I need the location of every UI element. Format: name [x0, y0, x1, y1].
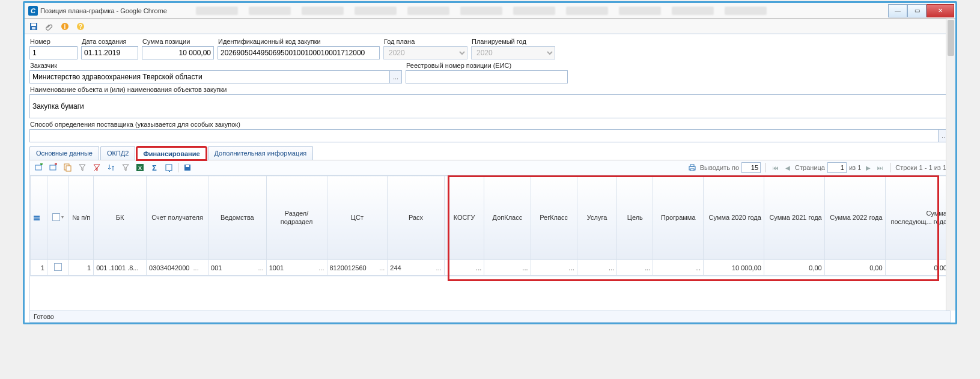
- svg-rect-22: [690, 165, 694, 166]
- tab-extra[interactable]: Дополнительная информация: [208, 146, 314, 160]
- add-row-icon[interactable]: [34, 162, 44, 173]
- pager-prev-icon[interactable]: ◀: [783, 163, 793, 172]
- cell-acct[interactable]: 03034042000 ...: [147, 260, 208, 276]
- attachment-icon[interactable]: [44, 21, 55, 32]
- cell-programma[interactable]: ...: [653, 260, 704, 276]
- info-icon[interactable]: i: [59, 21, 70, 32]
- cell-cst[interactable]: 8120012560...: [327, 260, 388, 276]
- close-button[interactable]: ✕: [927, 4, 954, 17]
- cell-regklass[interactable]: ...: [531, 260, 577, 276]
- save-icon[interactable]: [28, 21, 39, 32]
- col-usluga[interactable]: Услуга: [577, 176, 617, 260]
- minimize-button[interactable]: —: [888, 4, 907, 17]
- cell-dopklass[interactable]: ...: [484, 260, 531, 276]
- maximize-button[interactable]: ▭: [907, 4, 927, 17]
- input-ikz[interactable]: [218, 46, 380, 59]
- pager-next-icon[interactable]: ▶: [863, 163, 873, 172]
- input-registry-no[interactable]: [406, 70, 568, 83]
- col-snext[interactable]: Сумма последующ... года: [885, 176, 949, 260]
- pager-show-input[interactable]: [741, 162, 761, 173]
- cell-idx: 1: [31, 260, 47, 276]
- pager-rows-label: Строки 1 - 1 из 1: [895, 164, 946, 171]
- select-plan-year[interactable]: 2020: [383, 46, 467, 59]
- col-s2021[interactable]: Сумма 2021 года: [764, 176, 824, 260]
- input-object-name[interactable]: [29, 94, 951, 118]
- grid-header-row: ▾ № п/п БК Счет получателя Ведомства Раз…: [31, 176, 950, 260]
- tab-okpd2[interactable]: ОКПД2: [100, 146, 135, 160]
- cell-ved[interactable]: 001...: [208, 260, 267, 276]
- filter-clear-icon[interactable]: [91, 162, 102, 173]
- cell-bk[interactable]: 001 .1001 .8...: [94, 260, 147, 276]
- pager-last-icon[interactable]: ⏭: [875, 163, 885, 172]
- cell-kosgu[interactable]: ...: [444, 260, 484, 276]
- tab-main[interactable]: Основные данные: [29, 146, 99, 160]
- col-s2020[interactable]: Сумма 2020 года: [704, 176, 764, 260]
- filter-icon[interactable]: [77, 162, 88, 173]
- sort-icon[interactable]: [106, 162, 117, 173]
- filter2-icon[interactable]: [120, 162, 131, 173]
- col-programma[interactable]: Программа: [653, 176, 704, 260]
- input-customer[interactable]: [29, 70, 390, 83]
- cell-s2021: 0,00: [764, 260, 824, 276]
- input-create-date[interactable]: [81, 46, 138, 59]
- print-icon[interactable]: [687, 162, 698, 173]
- remove-row-icon[interactable]: [48, 162, 59, 173]
- col-kosgu[interactable]: КОСГУ: [444, 176, 484, 260]
- label-customer: Заказчик: [29, 61, 402, 70]
- svg-rect-18: [166, 165, 172, 171]
- cell-razdel[interactable]: 1001...: [266, 260, 327, 276]
- svg-rect-13: [66, 166, 71, 171]
- col-cst[interactable]: ЦСт: [327, 176, 388, 260]
- pager-first-icon[interactable]: ⏮: [771, 163, 781, 172]
- input-supplier-method[interactable]: [29, 129, 939, 142]
- cell-usluga[interactable]: ...: [577, 260, 617, 276]
- grid-toolbar: X Σ Выводить по ⏮ ◀ Страница из 1 ▶ ⏭ Ст…: [29, 160, 951, 175]
- vertical-scrollbar[interactable]: [946, 19, 955, 311]
- col-gear[interactable]: [31, 176, 47, 260]
- col-s2022[interactable]: Сумма 2022 года: [824, 176, 885, 260]
- help-icon[interactable]: ?: [75, 21, 86, 32]
- col-dopklass[interactable]: ДопКласс: [484, 176, 531, 260]
- save-grid-icon[interactable]: [182, 162, 193, 173]
- col-bk[interactable]: БК: [94, 176, 147, 260]
- cell-rasx[interactable]: 244...: [388, 260, 444, 276]
- input-sum[interactable]: [142, 46, 214, 59]
- cell-check[interactable]: [47, 260, 68, 276]
- col-rasx[interactable]: Расх: [388, 176, 444, 260]
- table-row[interactable]: 1 1 001 .1001 .8... 03034042000 ... 001.…: [31, 260, 950, 276]
- col-acct[interactable]: Счет получателя: [147, 176, 208, 260]
- settings-icon[interactable]: [163, 162, 174, 173]
- col-ved[interactable]: Ведомства: [208, 176, 267, 260]
- cell-npp: 1: [69, 260, 94, 276]
- svg-rect-1: [31, 23, 36, 26]
- tab-finance[interactable]: Финансирование: [136, 147, 206, 160]
- lookup-customer-button[interactable]: ...: [390, 70, 402, 83]
- excel-icon[interactable]: X: [135, 162, 145, 173]
- copy-row-icon[interactable]: [62, 162, 73, 173]
- svg-rect-7: [35, 165, 41, 170]
- svg-rect-26: [34, 219, 40, 220]
- input-number[interactable]: [29, 46, 78, 59]
- label-object-name: Наименование объекта и (или) наименовани…: [29, 85, 951, 94]
- cell-snext: 0,00: [885, 260, 949, 276]
- svg-text:Σ: Σ: [152, 163, 157, 172]
- tab-strip: Основные данные ОКПД2 Финансирование Доп…: [29, 146, 951, 160]
- col-check[interactable]: ▾: [47, 176, 68, 260]
- pager-page-input[interactable]: [827, 162, 847, 173]
- cell-cel[interactable]: ...: [617, 260, 653, 276]
- sigma-icon[interactable]: Σ: [149, 162, 160, 173]
- app-toolbar: i ?: [25, 19, 955, 34]
- label-supplier-method: Способ определения поставщика (указывает…: [29, 120, 951, 129]
- col-cel[interactable]: Цель: [617, 176, 653, 260]
- svg-text:X: X: [138, 165, 142, 171]
- label-planned-year: Планируемый год: [471, 37, 555, 46]
- col-razdel[interactable]: Раздел/ подраздел: [266, 176, 327, 260]
- col-regklass[interactable]: РегКласс: [531, 176, 577, 260]
- svg-rect-2: [32, 27, 35, 29]
- grid: ▾ № п/п БК Счет получателя Ведомства Раз…: [29, 175, 951, 276]
- col-npp[interactable]: № п/п: [69, 176, 94, 260]
- label-sum: Сумма позиции: [142, 37, 214, 46]
- svg-rect-25: [34, 217, 40, 219]
- pager-of-label: из 1: [849, 164, 861, 171]
- select-planned-year[interactable]: 2020: [471, 46, 555, 59]
